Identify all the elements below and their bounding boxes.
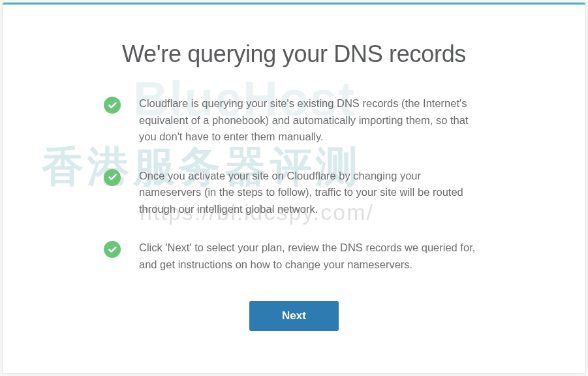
- list-item-text: Click 'Next' to select your plan, review…: [139, 240, 484, 273]
- list-item-text: Cloudflare is querying your site's exist…: [139, 95, 484, 146]
- info-list: Cloudflare is querying your site's exist…: [68, 95, 520, 274]
- check-icon: [104, 97, 121, 114]
- list-item: Cloudflare is querying your site's exist…: [104, 95, 484, 146]
- list-item: Click 'Next' to select your plan, review…: [104, 240, 484, 273]
- check-icon: [104, 241, 121, 258]
- next-button[interactable]: Next: [249, 301, 339, 331]
- page-title: We're querying your DNS records: [68, 40, 520, 68]
- page-card: BlueHost 香港服务器评测 https://bl.idcspy.com/ …: [2, 2, 586, 374]
- button-row: Next: [68, 301, 520, 331]
- list-item: Once you activate your site on Cloudflar…: [104, 168, 484, 218]
- list-item-text: Once you activate your site on Cloudflar…: [139, 168, 484, 218]
- check-icon: [104, 169, 121, 186]
